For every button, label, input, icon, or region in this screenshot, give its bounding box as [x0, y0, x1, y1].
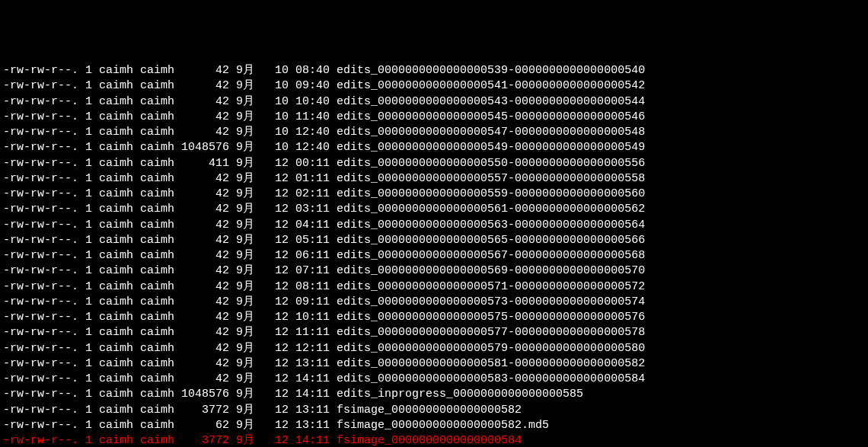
file-listing-row: -rw-rw-r--. 1 caimh caimh 42 9月 12 10:11…	[3, 310, 865, 325]
file-listing-row: -rw-rw-r--. 1 caimh caimh 42 9月 12 05:11…	[3, 233, 865, 248]
file-listing-row: -rw-rw-r--. 1 caimh caimh 42 9月 10 09:40…	[3, 78, 865, 94]
file-listing-row: -rw-rw-r--. 1 caimh caimh 42 9月 12 12:11…	[3, 341, 865, 356]
file-listing-row: -rw-rw-r--. 1 caimh caimh 42 9月 12 09:11…	[3, 295, 865, 310]
file-listing-row: -rw-rw-r--. 1 caimh caimh 42 9月 12 02:11…	[3, 187, 865, 202]
file-listing-row: -rw-rw-r--. 1 caimh caimh 42 9月 12 07:11…	[3, 263, 865, 279]
terminal-output[interactable]: -rw-rw-r--. 1 caimh caimh 42 9月 10 08:40…	[3, 63, 865, 447]
file-listing-row: -rw-rw-r--. 1 caimh caimh 42 9月 12 08:11…	[3, 279, 865, 295]
file-listing-row: -rw-rw-r--. 1 caimh caimh 42 9月 12 13:11…	[3, 356, 865, 372]
file-listing-row: -rw-rw-r--. 1 caimh caimh 1048576 9月 10 …	[3, 140, 865, 155]
file-listing-row: -rw-rw-r--. 1 caimh caimh 42 9月 12 14:11…	[3, 372, 865, 387]
file-listing-row: -rw-rw-r--. 1 caimh caimh 42 9月 10 12:40…	[3, 125, 865, 140]
file-listing-row: -rw-rw-r--. 1 caimh caimh 411 9月 12 00:1…	[3, 156, 865, 171]
file-listing-row: -rw-rw-r--. 1 caimh caimh 42 9月 12 11:11…	[3, 325, 865, 340]
file-listing-row: -rw-rw-r--. 1 caimh caimh 42 9月 10 11:40…	[3, 110, 865, 125]
file-listing-row: -rw-rw-r--. 1 caimh caimh 42 9月 10 10:40…	[3, 94, 865, 110]
file-listing-row: -rw-rw-r--. 1 caimh caimh 42 9月 12 06:11…	[3, 248, 865, 263]
file-listing-row: -rw-rw-r--. 1 caimh caimh 42 9月 12 01:11…	[3, 171, 865, 187]
file-listing-row: -rw-rw-r--. 1 caimh caimh 42 9月 12 04:11…	[3, 218, 865, 233]
file-listing-row: -rw-rw-r--. 1 caimh caimh 62 9月 12 13:11…	[3, 418, 865, 433]
file-listing-row: -rw-rw-r--. 1 caimh caimh 42 9月 10 08:40…	[3, 63, 865, 78]
file-listing-row: -rw-rw-r--. 1 caimh caimh 42 9月 12 03:11…	[3, 202, 865, 217]
file-listing-row: -rw-rw-r--. 1 caimh caimh 3772 9月 12 14:…	[3, 433, 865, 447]
file-listing-row: -rw-rw-r--. 1 caimh caimh 1048576 9月 12 …	[3, 387, 865, 402]
file-listing-row: -rw-rw-r--. 1 caimh caimh 3772 9月 12 13:…	[3, 403, 865, 418]
